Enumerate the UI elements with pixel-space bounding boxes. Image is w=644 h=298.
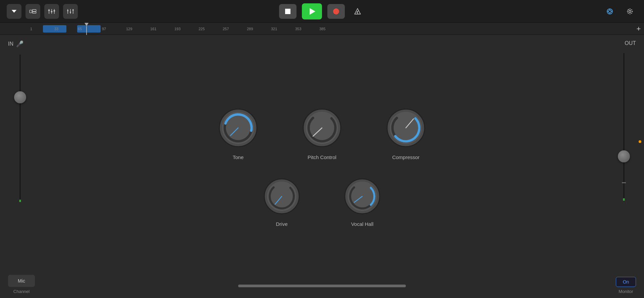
toolbar	[0, 0, 644, 23]
out-fader-thumb[interactable]	[618, 150, 630, 162]
out-level-line	[622, 182, 626, 183]
out-panel: OUT	[604, 35, 644, 298]
channel-button[interactable]: Mic	[8, 275, 35, 287]
svg-rect-8	[51, 11, 53, 12]
timeline-marker-97: 97	[102, 27, 106, 31]
knobs-row-2: Drive Vocal Hall	[262, 176, 382, 227]
pitch-control-label: Pitch Control	[308, 154, 336, 160]
channel-section: Mic Channel	[8, 275, 35, 294]
timeline-marker-353: 353	[295, 27, 301, 31]
svg-rect-3	[33, 12, 36, 13]
svg-rect-1	[30, 10, 32, 12]
orange-indicator	[639, 140, 641, 143]
scrollbar-track[interactable]	[238, 285, 406, 287]
pitch-control-knob-container: Pitch Control	[300, 106, 344, 160]
main-content: IN 🎤	[0, 35, 644, 298]
knobs-row-1: Tone Pitch Control	[216, 106, 428, 160]
drive-knob-container: Drive	[262, 176, 302, 227]
timeline-marker-225: 225	[199, 27, 205, 31]
tone-knob[interactable]	[216, 106, 260, 150]
in-panel: IN 🎤	[0, 35, 40, 298]
dropdown-button[interactable]	[7, 4, 21, 19]
drive-label: Drive	[276, 221, 287, 227]
svg-rect-7	[48, 10, 50, 11]
smart-controls-button[interactable]	[25, 4, 40, 19]
svg-point-15	[72, 9, 74, 11]
timeline-marker-1: 1	[30, 27, 32, 31]
playhead[interactable]	[85, 23, 89, 35]
out-label: OUT	[625, 40, 644, 46]
mixer-button[interactable]	[44, 4, 59, 19]
svg-marker-0	[12, 10, 17, 12]
svg-rect-9	[54, 10, 55, 11]
compressor-knob-container: Compressor	[384, 106, 428, 160]
vocal-hall-knob[interactable]	[342, 176, 382, 216]
in-label: IN 🎤	[0, 40, 23, 48]
in-text: IN	[8, 41, 13, 47]
pitch-control-knob[interactable]	[300, 106, 344, 150]
in-fader[interactable]	[19, 54, 21, 298]
vocal-hall-knob-container: Vocal Hall	[342, 176, 382, 227]
svg-rect-2	[33, 9, 36, 11]
timeline-marker-193: 193	[174, 27, 180, 31]
play-button[interactable]	[302, 3, 322, 19]
timeline-marker-289: 289	[247, 27, 253, 31]
timeline-marker-129: 129	[126, 27, 132, 31]
stop-button[interactable]	[279, 4, 297, 19]
svg-point-13	[67, 10, 68, 11]
monitor-label: Monitor	[619, 289, 633, 294]
monitor-button[interactable]: On	[616, 277, 636, 287]
settings-button[interactable]	[623, 4, 637, 19]
toolbar-center	[279, 3, 365, 19]
channel-label: Channel	[13, 289, 30, 294]
svg-point-23	[608, 10, 611, 13]
timeline-marker-33: 33	[54, 27, 58, 31]
monitor-section: On Monitor	[616, 277, 636, 294]
mic-icon: 🎤	[16, 40, 23, 48]
sync-button[interactable]	[602, 4, 617, 19]
svg-marker-17	[310, 8, 315, 15]
timeline-marker-161: 161	[150, 27, 156, 31]
metronome-button[interactable]	[350, 4, 365, 19]
center-panel: Tone Pitch Control	[40, 35, 604, 298]
compressor-knob[interactable]	[384, 106, 428, 150]
in-fader-thumb[interactable]	[14, 91, 26, 103]
svg-rect-16	[285, 9, 290, 14]
timeline: 1 33 65 97 129 161 193 225 257 289 321 3…	[0, 23, 644, 35]
toolbar-right	[602, 4, 637, 19]
svg-point-14	[70, 11, 71, 13]
eq-button[interactable]	[63, 4, 78, 19]
in-level-indicator	[19, 200, 21, 202]
timeline-marker-65: 65	[78, 27, 82, 31]
vocal-hall-label: Vocal Hall	[351, 221, 374, 227]
timeline-marker-385: 385	[319, 27, 325, 31]
record-button[interactable]	[327, 4, 345, 19]
timeline-marker-321: 321	[271, 27, 277, 31]
svg-point-28	[629, 10, 631, 12]
drive-knob[interactable]	[262, 176, 302, 216]
compressor-label: Compressor	[392, 154, 420, 160]
svg-point-18	[333, 8, 339, 14]
out-level-indicator	[623, 198, 625, 201]
tone-label: Tone	[233, 154, 244, 160]
add-track-button[interactable]: +	[633, 23, 644, 34]
timeline-markers[interactable]: 1 33 65 97 129 161 193 225 257 289 321 3…	[30, 23, 631, 35]
timeline-marker-257: 257	[223, 27, 229, 31]
scrollbar-thumb[interactable]	[238, 285, 406, 287]
tone-knob-container: Tone	[216, 106, 260, 160]
out-fader[interactable]	[623, 53, 625, 298]
